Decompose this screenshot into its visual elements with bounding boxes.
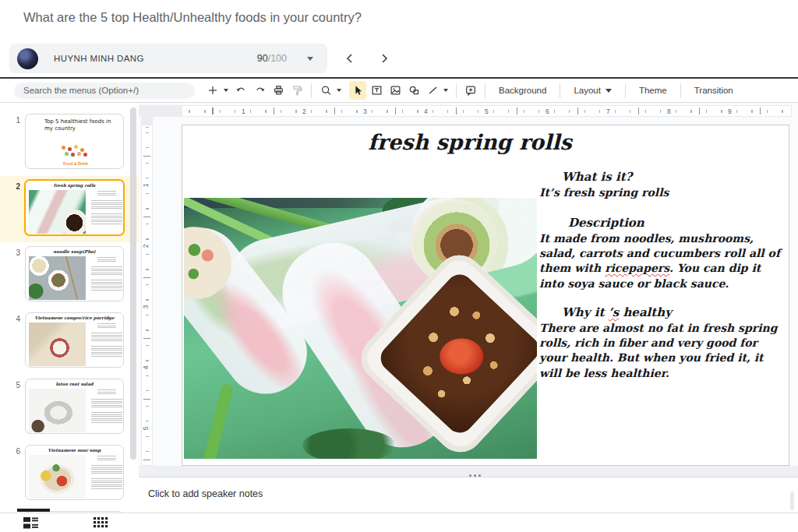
slide-6-title: Vietnamese sour soup (26, 448, 123, 453)
speaker-notes-area[interactable]: Click to add speaker notes (139, 477, 798, 513)
slide-3-preview[interactable]: noodle soup(Pho) (25, 246, 124, 301)
slide-filmstrip-panel: 1 Top 5 healthiest foods in my country F… (0, 103, 139, 513)
food-illustration (62, 146, 65, 150)
ruler-mark: 3 (142, 305, 150, 310)
slide-5-title: lotus root salad (26, 382, 123, 386)
ruler-mark: 8 (666, 107, 673, 115)
slide-number: 4 (8, 315, 20, 323)
scallion-stalk (202, 383, 234, 459)
slide-4-preview[interactable]: Vietnamese congee/rice porridge (25, 312, 124, 368)
background-button[interactable]: Background (490, 81, 555, 100)
why-heading: Why it ’s healthy (539, 305, 788, 321)
chevron-right-icon (380, 53, 389, 64)
congee-thumb-image (29, 322, 86, 366)
filmstrip-view-button[interactable] (23, 517, 39, 532)
slide-number: 1 (8, 116, 20, 125)
slide-thumbnail-2[interactable]: 2 fresh spring rolls (0, 176, 139, 242)
slide-2-preview[interactable]: fresh spring rolls (24, 179, 125, 236)
slide-number: 2 (8, 182, 20, 191)
toolbar-separator (560, 83, 560, 98)
undo-button[interactable] (232, 81, 249, 100)
line-dropdown-icon[interactable] (443, 89, 448, 92)
google-slides-window: What are the 5 top Health/Unhealthy food… (0, 0, 798, 532)
ruler-mark: 7 (605, 107, 612, 115)
ruler-mark: 6 (544, 107, 551, 115)
thumb-text-lines (91, 257, 122, 292)
slide-body-text[interactable]: What is it? It’s fresh spring rolls Desc… (539, 169, 788, 381)
canvas-horizontal-scrollbar[interactable] (139, 466, 798, 477)
ruler-mark: 5 (142, 426, 150, 432)
previous-student-button[interactable] (341, 50, 358, 67)
slide-thumbnail-4[interactable]: 4 Vietnamese congee/rice porridge (0, 308, 139, 375)
ruler-mark: 4 (142, 365, 150, 371)
slide-6-preview[interactable]: Vietnamese sour soup (25, 445, 124, 500)
text-box-button[interactable] (368, 81, 385, 100)
pho-thumb-image (29, 256, 86, 300)
ruler-mark: 2 (142, 244, 150, 249)
image-icon (389, 84, 402, 97)
insert-comment-button[interactable] (462, 81, 479, 100)
filmstrip-scrollbar[interactable] (130, 107, 136, 460)
filmstrip-horizontal-scrollbar[interactable] (17, 509, 50, 512)
print-button[interactable] (270, 81, 287, 100)
slide-editor-page[interactable]: fresh spring rolls (182, 125, 789, 466)
lotus-salad-thumb-image (29, 389, 86, 432)
redo-button[interactable] (251, 81, 268, 100)
insert-line-button[interactable] (424, 81, 441, 100)
next-student-button[interactable] (376, 50, 393, 67)
chili-sauce (440, 338, 483, 374)
parsley-garnish (302, 428, 396, 459)
search-input[interactable] (14, 83, 195, 99)
comment-icon (464, 84, 478, 97)
print-icon (272, 84, 285, 97)
slide-5-preview[interactable]: lotus root salad (25, 379, 124, 434)
student-name: HUYNH MINH DANG (54, 54, 144, 63)
redo-icon (253, 84, 267, 97)
slide-thumbnail-5[interactable]: 5 lotus root salad (0, 375, 139, 441)
zoom-button[interactable] (317, 81, 334, 100)
slide-1-preview[interactable]: Top 5 healthiest foods in my country Foo… (25, 114, 124, 169)
view-switcher-bar (0, 513, 798, 532)
notes-scrollbar[interactable] (790, 491, 794, 510)
misspelled-word: ricepapers (605, 262, 669, 274)
grid-view-icon (94, 517, 108, 528)
insert-shape-button[interactable] (405, 81, 422, 100)
ruler-corner (139, 105, 182, 117)
chevron-down-icon[interactable] (307, 57, 313, 61)
layout-button[interactable]: Layout (565, 81, 620, 100)
select-tool-button[interactable] (349, 81, 366, 100)
slide-thumbnail-1[interactable]: 1 Top 5 healthiest foods in my country F… (0, 110, 139, 176)
notes-resize-handle-icon[interactable] (469, 474, 471, 477)
shape-icon (408, 84, 421, 97)
undo-icon (235, 84, 248, 97)
layout-dropdown-icon (606, 89, 612, 93)
score-badge: 90/100 (257, 53, 287, 64)
student-avatar (17, 48, 38, 69)
transition-button[interactable]: Transition (686, 81, 742, 100)
theme-button[interactable]: Theme (630, 81, 676, 100)
speaker-notes-placeholder[interactable]: Click to add speaker notes (148, 488, 263, 499)
grid-view-button[interactable] (94, 517, 108, 531)
slide-number: 3 (8, 248, 20, 257)
sour-soup-thumb-image (29, 455, 86, 499)
food-caption: Food & Drink (54, 161, 97, 166)
spring-rolls-photo[interactable] (184, 198, 537, 459)
student-selector[interactable]: HUYNH MINH DANG 90/100 (9, 44, 327, 73)
magnifier-icon (320, 84, 333, 97)
new-slide-button[interactable] (204, 81, 221, 100)
insert-image-button[interactable] (387, 81, 404, 100)
slide-thumbnail-6[interactable]: 6 Vietnamese sour soup (0, 441, 139, 507)
new-slide-dropdown-icon[interactable] (224, 89, 228, 92)
slide-title[interactable]: fresh spring rolls (182, 130, 757, 154)
ruler-corner (141, 117, 153, 125)
horizontal-ruler: 1 2 3 4 5 6 7 8 9 (182, 105, 792, 117)
slide-thumbnail-3[interactable]: 3 noodle soup(Pho) (0, 242, 139, 308)
vertical-ruler: 1 2 3 4 5 (141, 125, 153, 466)
toolbar-separator (311, 83, 312, 98)
slide-3-title: noodle soup(Pho) (26, 249, 123, 254)
description-paragraph: It made from noodles, mushrooms, salad, … (539, 231, 788, 291)
paint-format-button[interactable] (288, 81, 305, 100)
text-box-icon (370, 84, 383, 97)
zoom-dropdown-icon[interactable] (337, 89, 341, 92)
ruler-mark: 5 (483, 107, 490, 115)
